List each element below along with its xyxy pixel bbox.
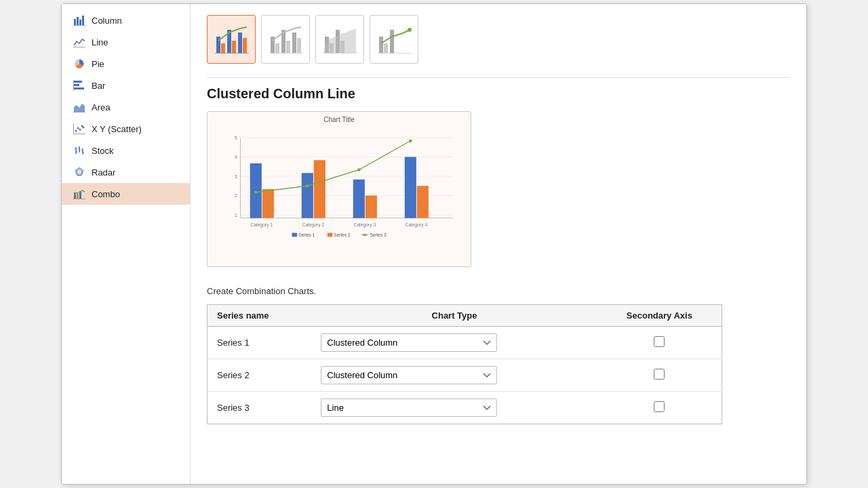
sidebar-label-scatter: X Y (Scatter) bbox=[92, 124, 142, 134]
svg-rect-47 bbox=[292, 33, 296, 53]
area-chart-icon bbox=[73, 101, 86, 113]
sidebar-item-combo[interactable]: Combo bbox=[62, 183, 190, 205]
series-3-secondary-axis-cell bbox=[597, 392, 722, 424]
sidebar-label-radar: Radar bbox=[92, 167, 115, 178]
column-chart-icon bbox=[73, 14, 86, 26]
svg-rect-2 bbox=[79, 20, 81, 25]
svg-rect-91 bbox=[328, 233, 333, 237]
svg-point-81 bbox=[254, 190, 258, 194]
svg-rect-8 bbox=[74, 84, 79, 86]
svg-rect-79 bbox=[405, 157, 416, 218]
table-row: Series 3 Clustered Column Stacked Column… bbox=[208, 392, 722, 424]
chart-type-btn-clustered-col-line2[interactable] bbox=[261, 15, 310, 64]
svg-text:2: 2 bbox=[235, 193, 237, 198]
svg-text:1: 1 bbox=[235, 213, 237, 218]
section-title: Clustered Column Line bbox=[207, 86, 790, 102]
series-1-chart-type-cell: Clustered Column Stacked Column Line Are… bbox=[311, 327, 597, 359]
sidebar-item-line[interactable]: Line bbox=[62, 31, 190, 53]
col-header-chart-type: Chart Type bbox=[311, 305, 597, 327]
svg-text:Category 3: Category 3 bbox=[354, 222, 376, 228]
bar-chart-icon bbox=[73, 79, 86, 92]
chart-type-sidebar: Column Line Pie bbox=[62, 4, 191, 484]
svg-point-14 bbox=[77, 127, 79, 129]
svg-marker-11 bbox=[74, 104, 85, 112]
svg-rect-57 bbox=[384, 43, 388, 53]
col-header-secondary-axis: Secondary Axis bbox=[597, 305, 722, 327]
svg-rect-44 bbox=[275, 43, 279, 53]
svg-rect-56 bbox=[379, 37, 383, 53]
svg-point-17 bbox=[83, 127, 85, 129]
pie-chart-icon bbox=[73, 58, 86, 70]
svg-text:Category 1: Category 1 bbox=[251, 222, 273, 228]
series-2-secondary-axis-checkbox[interactable] bbox=[654, 369, 665, 380]
sidebar-item-scatter[interactable]: X Y (Scatter) bbox=[62, 118, 190, 140]
sidebar-label-column: Column bbox=[92, 16, 122, 26]
svg-text:Series 3: Series 3 bbox=[370, 232, 387, 237]
series-1-dropdown[interactable]: Clustered Column Stacked Column Line Are… bbox=[321, 333, 497, 352]
svg-rect-41 bbox=[243, 38, 247, 53]
series-3-dropdown[interactable]: Clustered Column Stacked Column Line Are… bbox=[321, 399, 497, 417]
sidebar-label-combo: Combo bbox=[92, 189, 120, 199]
chart-preview-title: Chart Title bbox=[212, 116, 467, 123]
sidebar-item-pie[interactable]: Pie bbox=[62, 53, 190, 75]
svg-rect-33 bbox=[77, 194, 79, 199]
radar-chart-icon bbox=[73, 166, 86, 178]
svg-rect-76 bbox=[314, 160, 326, 218]
svg-rect-89 bbox=[292, 233, 298, 237]
insert-chart-dialog: Column Line Pie bbox=[61, 3, 807, 485]
svg-rect-78 bbox=[366, 196, 377, 218]
svg-point-83 bbox=[357, 168, 361, 171]
svg-point-94 bbox=[363, 234, 366, 237]
svg-text:3: 3 bbox=[235, 174, 237, 179]
stock-chart-icon bbox=[73, 144, 86, 157]
series-2-secondary-axis-cell bbox=[597, 359, 722, 392]
svg-rect-3 bbox=[82, 16, 84, 25]
svg-rect-1 bbox=[77, 17, 79, 25]
sidebar-label-pie: Pie bbox=[92, 59, 104, 69]
chart-type-btn-custom[interactable] bbox=[370, 15, 418, 64]
svg-text:Series 1: Series 1 bbox=[298, 232, 315, 237]
svg-rect-0 bbox=[74, 19, 76, 25]
svg-rect-9 bbox=[74, 87, 84, 89]
series-3-name: Series 3 bbox=[208, 392, 312, 424]
combo-description: Create Combination Charts. bbox=[207, 286, 790, 296]
svg-rect-39 bbox=[232, 41, 236, 53]
svg-rect-7 bbox=[74, 81, 82, 83]
svg-rect-48 bbox=[297, 38, 301, 53]
series-2-chart-type-cell: Clustered Column Stacked Column Line Are… bbox=[311, 359, 597, 392]
svg-rect-37 bbox=[221, 43, 225, 53]
svg-text:Series 2: Series 2 bbox=[334, 232, 351, 237]
chart-preview: Chart Title 1 2 3 4 5 bbox=[207, 111, 471, 267]
chart-type-icons-row bbox=[207, 15, 790, 64]
series-2-dropdown[interactable]: Clustered Column Stacked Column Line Are… bbox=[321, 366, 497, 384]
svg-rect-58 bbox=[390, 30, 394, 53]
chart-type-btn-clustered-col-line[interactable] bbox=[207, 15, 256, 64]
table-row: Series 1 Clustered Column Stacked Column… bbox=[208, 327, 722, 359]
line-chart-icon bbox=[73, 36, 86, 48]
sidebar-item-area[interactable]: Area bbox=[62, 96, 190, 118]
svg-text:Category 2: Category 2 bbox=[302, 222, 325, 228]
sidebar-item-bar[interactable]: Bar bbox=[62, 75, 190, 96]
sidebar-label-stock: Stock bbox=[92, 146, 114, 156]
series-1-secondary-axis-cell bbox=[597, 327, 722, 359]
scatter-chart-icon bbox=[73, 123, 86, 135]
series-1-secondary-axis-checkbox[interactable] bbox=[654, 336, 665, 347]
svg-point-84 bbox=[409, 139, 412, 142]
sidebar-item-column[interactable]: Column bbox=[62, 9, 190, 31]
svg-point-13 bbox=[75, 130, 77, 132]
series-1-name: Series 1 bbox=[208, 327, 312, 359]
svg-text:5: 5 bbox=[235, 136, 237, 140]
col-header-series-name: Series name bbox=[208, 305, 312, 327]
svg-text:4: 4 bbox=[235, 155, 237, 159]
svg-rect-46 bbox=[286, 41, 290, 53]
series-3-secondary-axis-checkbox[interactable] bbox=[654, 401, 665, 412]
sidebar-item-stock[interactable]: Stock bbox=[62, 140, 190, 161]
series-combination-table: Series name Chart Type Secondary Axis Se… bbox=[207, 304, 722, 424]
sidebar-item-radar[interactable]: Radar bbox=[62, 161, 190, 183]
svg-rect-74 bbox=[262, 189, 274, 218]
sidebar-label-line: Line bbox=[92, 37, 108, 47]
series-3-chart-type-cell: Clustered Column Stacked Column Line Are… bbox=[311, 392, 597, 424]
sidebar-label-bar: Bar bbox=[92, 81, 105, 91]
chart-type-btn-clustered-col-area[interactable] bbox=[315, 15, 364, 64]
svg-rect-40 bbox=[238, 33, 242, 53]
